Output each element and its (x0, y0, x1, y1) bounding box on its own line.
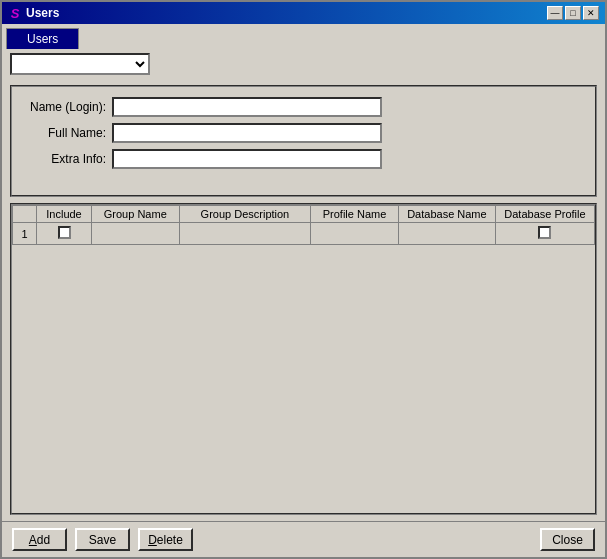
col-header-group-name: Group Name (91, 206, 179, 223)
col-header-group-description: Group Description (179, 206, 311, 223)
add-label: Add (29, 533, 50, 547)
dropdown-bar (2, 49, 605, 79)
user-dropdown[interactable] (10, 53, 150, 75)
cell-database-name (398, 223, 495, 245)
title-buttons: — □ ✕ (547, 6, 599, 20)
title-bar-left: S Users (8, 6, 59, 20)
grid-scroll[interactable]: Include Group Name Group Description Pro… (12, 205, 595, 513)
minimize-button[interactable]: — (547, 6, 563, 20)
window-title: Users (26, 6, 59, 20)
grid-header-row: Include Group Name Group Description Pro… (13, 206, 595, 223)
full-name-row: Full Name: (22, 123, 585, 143)
delete-button[interactable]: Delete (138, 528, 193, 551)
app-icon: S (8, 6, 22, 20)
extra-info-input[interactable] (112, 149, 382, 169)
tab-users[interactable]: Users (6, 28, 79, 49)
extra-info-label: Extra Info: (22, 152, 112, 166)
extra-info-row: Extra Info: (22, 149, 585, 169)
col-header-include: Include (37, 206, 92, 223)
title-bar: S Users — □ ✕ (2, 2, 605, 24)
full-name-input[interactable] (112, 123, 382, 143)
database-profile-checkbox[interactable] (538, 226, 551, 239)
cell-profile-name (311, 223, 399, 245)
delete-label: Delete (148, 533, 183, 547)
table-row: 1 (13, 223, 595, 245)
save-button[interactable]: Save (75, 528, 130, 551)
footer-bar: Add Save Delete Close (2, 521, 605, 557)
cell-group-description (179, 223, 311, 245)
grid-panel: Include Group Name Group Description Pro… (10, 203, 597, 515)
include-checkbox[interactable] (58, 226, 71, 239)
name-login-row: Name (Login): (22, 97, 585, 117)
cell-include (37, 223, 92, 245)
tab-bar: Users (2, 24, 605, 49)
cell-row-num: 1 (13, 223, 37, 245)
main-window: S Users — □ ✕ Users Name (Login): Full N… (0, 0, 607, 559)
grid-table: Include Group Name Group Description Pro… (12, 205, 595, 245)
form-panel: Name (Login): Full Name: Extra Info: (10, 85, 597, 197)
name-login-input[interactable] (112, 97, 382, 117)
maximize-button[interactable]: □ (565, 6, 581, 20)
full-name-label: Full Name: (22, 126, 112, 140)
add-button[interactable]: Add (12, 528, 67, 551)
col-header-database-name: Database Name (398, 206, 495, 223)
save-label: Save (89, 533, 116, 547)
close-label: Close (552, 533, 583, 547)
cell-database-profile (495, 223, 594, 245)
col-header-profile-name: Profile Name (311, 206, 399, 223)
cell-group-name (91, 223, 179, 245)
name-login-label: Name (Login): (22, 100, 112, 114)
close-title-button[interactable]: ✕ (583, 6, 599, 20)
close-button[interactable]: Close (540, 528, 595, 551)
col-header-rownum (13, 206, 37, 223)
content-area: Name (Login): Full Name: Extra Info: (2, 79, 605, 521)
col-header-database-profile: Database Profile (495, 206, 594, 223)
